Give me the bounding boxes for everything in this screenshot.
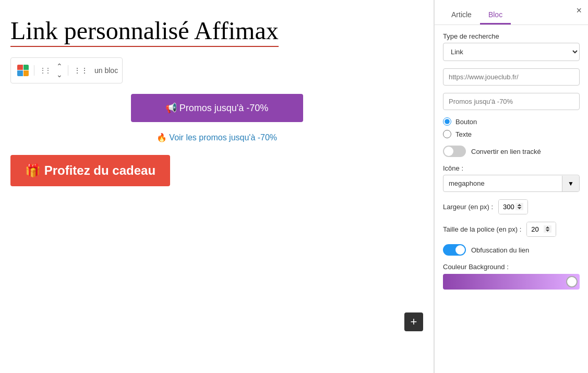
obfus-label: Obfuscation du lien	[471, 246, 529, 254]
promo-link[interactable]: 🔥 Voir les promos jusqu'à -70%	[10, 133, 423, 142]
block-toolbar: ⌃⌄ ⋮ un bloc	[10, 57, 123, 83]
radio-bouton-label: Bouton	[455, 118, 477, 126]
type-recherche-field: Type de recherche Link Image Video	[443, 32, 580, 61]
tab-bloc[interactable]: Bloc	[480, 6, 511, 25]
arrow-up-down-icon[interactable]: ⌃⌄	[54, 60, 65, 81]
url-field	[443, 68, 580, 86]
radio-bouton-input[interactable]	[443, 117, 451, 126]
close-sidebar-button[interactable]: ×	[576, 5, 582, 16]
radio-texte[interactable]: Texte	[443, 130, 580, 138]
largeur-label: Largeur (en px) :	[443, 203, 493, 211]
content-area: Link personnalisé Affimax ⌃⌄ ⋮ un bloc 📢…	[0, 0, 434, 373]
couleur-label: Couleur Background :	[443, 263, 509, 271]
obfus-toggle[interactable]	[443, 244, 466, 256]
text-field	[443, 93, 580, 110]
largeur-input[interactable]	[499, 200, 527, 214]
more-options-icon[interactable]: ⋮	[71, 64, 90, 77]
url-input[interactable]	[443, 68, 580, 86]
police-label: Taille de la police (en px) :	[443, 225, 521, 233]
icone-select-wrap[interactable]: megaphone ▼	[443, 175, 580, 192]
tracker-label: Convertir en lien tracké	[471, 148, 541, 155]
police-input[interactable]	[527, 222, 556, 236]
color-grid-icon[interactable]	[15, 63, 31, 78]
toolbar-label: un bloc	[94, 66, 118, 75]
sidebar-header: Article Bloc ×	[435, 0, 588, 25]
icone-field: Icône : megaphone ▼	[443, 164, 580, 192]
icone-value: megaphone	[443, 175, 562, 191]
promo-button[interactable]: 📢 Promos jusqu'à -70%	[131, 94, 303, 122]
tracker-toggle-row: Convertir en lien tracké	[443, 146, 580, 157]
text-input[interactable]	[443, 93, 580, 110]
sidebar-body: Type de recherche Link Image Video Bouto…	[435, 25, 588, 297]
tracker-toggle[interactable]	[443, 146, 466, 157]
radio-texte-label: Texte	[455, 130, 472, 138]
police-row: Taille de la police (en px) :	[443, 222, 580, 237]
gift-button[interactable]: 🎁 Profitez du cadeau	[10, 155, 170, 186]
page-title: Link personnalisé Affimax	[10, 16, 279, 47]
largeur-row: Largeur (en px) :	[443, 199, 580, 214]
icone-label: Icône :	[443, 164, 580, 172]
add-block-button[interactable]: +	[404, 312, 423, 331]
type-recherche-select[interactable]: Link Image Video	[443, 43, 580, 61]
icone-arrow-icon[interactable]: ▼	[562, 176, 579, 191]
color-preview[interactable]	[443, 274, 580, 290]
obfus-toggle-row: Obfuscation du lien	[443, 244, 580, 256]
tab-article[interactable]: Article	[443, 6, 480, 25]
sidebar: Article Bloc × Type de recherche Link Im…	[434, 0, 588, 373]
color-picker-circle[interactable]	[566, 276, 578, 287]
police-input-wrap	[526, 222, 556, 237]
couleur-bg-row: Couleur Background :	[443, 263, 580, 290]
radio-texte-input[interactable]	[443, 130, 451, 138]
largeur-input-wrap	[498, 199, 528, 214]
type-recherche-label: Type de recherche	[443, 32, 580, 40]
divider-1	[34, 65, 34, 76]
tracker-slider	[443, 146, 466, 157]
divider-2	[68, 65, 68, 76]
obfus-slider	[443, 244, 466, 256]
move-icon[interactable]	[38, 65, 52, 76]
display-type-radio-group: Bouton Texte	[443, 117, 580, 138]
radio-bouton[interactable]: Bouton	[443, 117, 580, 126]
